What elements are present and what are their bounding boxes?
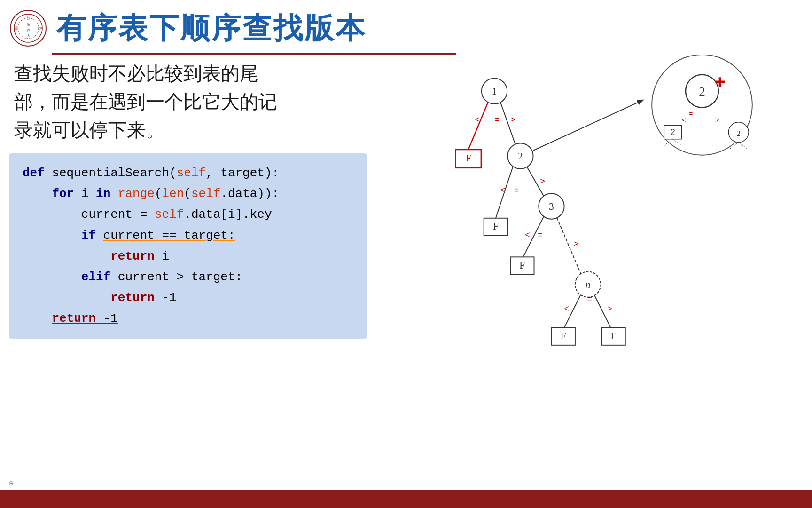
code-line-8: return -1	[23, 308, 353, 329]
svg-text:=: =	[688, 110, 693, 118]
svg-text:F: F	[466, 152, 471, 164]
code-line-7: return -1	[23, 287, 353, 308]
code-line-5: return i	[23, 246, 353, 267]
svg-text:活: 活	[27, 23, 30, 26]
svg-text:F: F	[519, 260, 525, 271]
svg-text:=: =	[514, 185, 519, 195]
svg-text:<: <	[475, 115, 479, 124]
right-section: < = > < = > < = > < = > 1	[367, 59, 803, 365]
svg-text:养: 养	[27, 28, 30, 32]
svg-text:>: >	[510, 115, 515, 124]
left-section: 查找失败时不必比较到表的尾 部，而是在遇到一个比它大的记 录就可以停下来。 de…	[9, 59, 367, 365]
svg-text:苏: 苏	[26, 16, 30, 21]
svg-line-14	[555, 214, 582, 278]
watermark: ⊕	[8, 479, 14, 487]
svg-text:>: >	[607, 304, 612, 313]
svg-text:1: 1	[492, 86, 497, 97]
svg-text:苏: 苏	[15, 26, 18, 30]
svg-text:<: <	[682, 116, 686, 124]
svg-text:<: <	[525, 230, 530, 239]
svg-text:大: 大	[39, 26, 43, 30]
code-line-1: def sequentialSearch(self, target):	[23, 163, 353, 183]
desc-line3: 录就可以停下来。	[14, 119, 164, 140]
desc-line2: 部，而是在遇到一个比它大的记	[14, 91, 277, 112]
svg-text:大: 大	[27, 34, 30, 38]
svg-text:2: 2	[671, 127, 675, 137]
svg-text:=: =	[538, 230, 542, 239]
bottom-bar	[0, 490, 812, 508]
code-block: def sequentialSearch(self, target): for …	[9, 153, 367, 339]
svg-text:✚: ✚	[715, 75, 726, 89]
svg-text:F: F	[493, 221, 499, 232]
description-text: 查找失败时不必比较到表的尾 部，而是在遇到一个比它大的记 录就可以停下来。	[9, 59, 367, 144]
code-line-3: current = self.data[i].key	[23, 204, 353, 225]
svg-text:F: F	[561, 330, 566, 341]
svg-text:n: n	[586, 279, 591, 290]
svg-text:2: 2	[736, 128, 741, 138]
svg-line-47	[533, 100, 643, 151]
svg-text:<: <	[500, 185, 505, 195]
svg-text:<: <	[564, 304, 569, 313]
svg-text:=: =	[494, 115, 499, 124]
code-line-6: elif current > target:	[23, 267, 353, 287]
main-content: 查找失败时不必比较到表的尾 部，而是在遇到一个比它大的记 录就可以停下来。 de…	[0, 55, 812, 365]
svg-text:F: F	[611, 330, 617, 341]
svg-text:>: >	[573, 239, 578, 248]
desc-line1: 查找失败时不必比较到表的尾	[14, 63, 258, 84]
code-line-2: for i in range(len(self.data)):	[23, 183, 353, 204]
svg-text:2: 2	[518, 151, 523, 162]
code-line-4: if current == target:	[23, 225, 353, 246]
svg-text:>: >	[540, 176, 545, 186]
svg-line-59	[739, 143, 748, 150]
page-title: 有序表下顺序查找版本	[56, 8, 367, 48]
svg-text:3: 3	[549, 201, 554, 212]
header: 苏 活 养 大 苏 大 有序表下顺序查找版本	[0, 0, 812, 53]
university-logo: 苏 活 养 大 苏 大	[9, 9, 47, 47]
tree-diagram: < = > < = > < = > < = > 1	[395, 55, 812, 374]
svg-text:2: 2	[699, 85, 705, 99]
svg-text:>: >	[715, 116, 719, 124]
